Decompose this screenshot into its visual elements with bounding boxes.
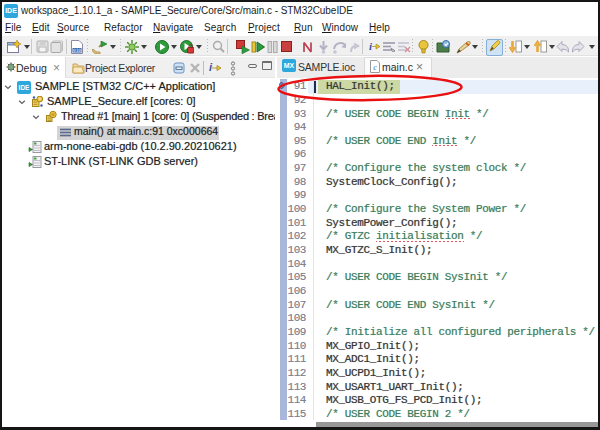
svg-text:010: 010: [73, 48, 81, 53]
svg-text:c: c: [373, 63, 377, 72]
svg-text:i: i: [369, 40, 373, 52]
